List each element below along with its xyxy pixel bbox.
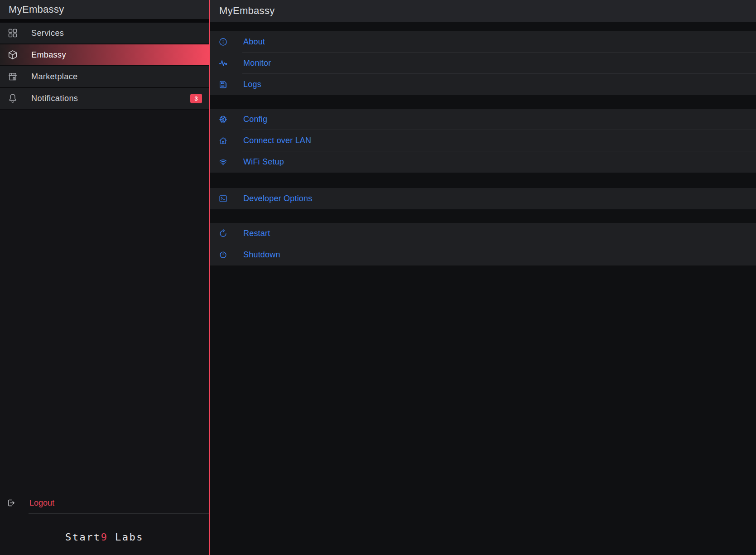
sidebar-menu: Services Embassy (0, 23, 209, 110)
menu-item-wifi-setup[interactable]: WiFi Setup (210, 151, 756, 173)
log-out-icon (7, 498, 16, 507)
menu-item-label: Restart (243, 229, 270, 238)
menu-item-label: Connect over LAN (243, 136, 311, 145)
sidebar-item-label: Embassy (31, 50, 66, 60)
menu-item-about[interactable]: About (210, 31, 756, 53)
menu-item-developer-options[interactable]: Developer Options (210, 188, 756, 209)
power-icon (218, 250, 228, 260)
wifi-icon (218, 157, 228, 167)
notifications-badge: 3 (190, 94, 202, 103)
grid-icon (7, 28, 18, 39)
page-title: MyEmbassy (210, 0, 756, 22)
brand-logo: Start9 Labs (0, 514, 209, 555)
menu-item-logs[interactable]: Logs (210, 74, 756, 95)
sidebar-title: MyEmbassy (0, 0, 209, 19)
menu-item-shutdown[interactable]: Shutdown (210, 244, 756, 265)
menu-item-label: WiFi Setup (243, 157, 284, 167)
sidebar-item-label: Services (31, 29, 64, 38)
terminal-icon (218, 194, 228, 203)
logout-button[interactable]: Logout (0, 492, 209, 513)
menu-item-connect-lan[interactable]: Connect over LAN (210, 130, 756, 151)
menu-item-label: Developer Options (243, 194, 312, 203)
menu-item-label: About (243, 37, 265, 47)
sidebar-spacer (0, 110, 209, 492)
menu-item-label: Shutdown (243, 250, 280, 260)
menu-group-developer: Developer Options (210, 188, 756, 209)
sidebar-item-label: Marketplace (31, 72, 77, 82)
bell-icon (7, 93, 18, 104)
brand-pre: Start (65, 531, 101, 543)
menu-group-power: Restart Shutdown (210, 223, 756, 265)
sidebar-item-marketplace[interactable]: Marketplace (0, 66, 209, 87)
menu-item-monitor[interactable]: Monitor (210, 53, 756, 74)
menu-group-config: Config Connect over LAN (210, 109, 756, 173)
menu-item-label: Config (243, 115, 267, 124)
logout-label: Logout (29, 498, 54, 508)
sidebar-header-divider (0, 19, 209, 23)
info-circle-icon (218, 37, 228, 47)
server-menu: About Monitor (210, 22, 756, 555)
menu-item-restart[interactable]: Restart (210, 223, 756, 244)
menu-item-config[interactable]: Config (210, 109, 756, 130)
newspaper-icon (218, 80, 228, 89)
menu-group-info: About Monitor (210, 31, 756, 95)
storefront-icon (7, 71, 18, 82)
cube-icon (7, 49, 18, 60)
app-root: MyEmbassy Services (0, 0, 756, 555)
brand-post: Labs (108, 531, 144, 543)
sidebar-item-embassy[interactable]: Embassy (0, 44, 209, 65)
menu-item-label: Monitor (243, 58, 271, 68)
main-panel: MyEmbassy About (210, 0, 756, 555)
home-icon (218, 136, 228, 145)
brand-accent: 9 (101, 531, 108, 543)
sidebar: MyEmbassy Services (0, 0, 210, 555)
sidebar-item-notifications[interactable]: Notifications 3 (0, 88, 209, 109)
sidebar-item-label: Notifications (31, 94, 78, 103)
pulse-icon (218, 58, 228, 68)
sidebar-item-services[interactable]: Services (0, 23, 209, 43)
menu-item-label: Logs (243, 80, 261, 89)
cog-icon (218, 115, 228, 124)
refresh-icon (218, 229, 228, 238)
